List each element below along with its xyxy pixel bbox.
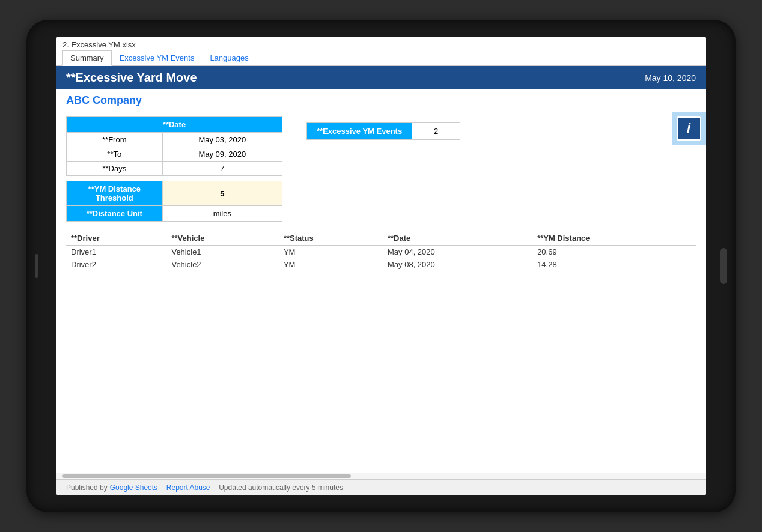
right-section: **Excessive YM Events 2 <box>306 122 460 222</box>
cell-status: YM <box>279 258 383 271</box>
cell-vehicle: Vehicle1 <box>166 246 278 259</box>
file-name-text: 2. Excessive YM.xlsx <box>62 40 136 49</box>
header-bar: **Excessive Yard Move May 10, 2020 <box>56 66 706 89</box>
footer-bar: Published by Google Sheets – Report Abus… <box>56 479 706 495</box>
events-value: 2 <box>412 123 460 140</box>
tab-summary[interactable]: Summary <box>62 50 112 66</box>
cell-date: May 08, 2020 <box>383 258 532 271</box>
col-driver: **Driver <box>66 231 166 246</box>
threshold-table: **YM Distance Threshold 5 **Distance Uni… <box>66 181 282 222</box>
tablet-frame: 2. Excessive YM.xlsx Summary Excessive Y… <box>26 20 736 512</box>
days-label: **Days <box>67 162 163 176</box>
cell-ym_distance: 20.69 <box>532 246 696 259</box>
from-value: May 03, 2020 <box>162 133 282 147</box>
data-table: **Driver **Vehicle **Status **Date **YM … <box>66 231 696 271</box>
info-panel: i <box>672 112 706 145</box>
to-label: **To <box>67 147 163 162</box>
company-name: ABC Company <box>56 89 706 112</box>
events-table: **Excessive YM Events 2 <box>306 122 460 140</box>
date-table-header: **Date <box>67 117 282 133</box>
table-row: Driver1Vehicle1YMMay 04, 202020.69 <box>66 246 696 259</box>
data-section: **Driver **Vehicle **Status **Date **YM … <box>56 226 706 276</box>
cell-driver: Driver2 <box>66 258 166 271</box>
tab-languages[interactable]: Languages <box>202 50 256 65</box>
scrollbar-area[interactable] <box>56 473 706 479</box>
content-area: **Excessive Yard Move May 10, 2020 ABC C… <box>56 66 706 473</box>
separator-1: – <box>160 483 164 492</box>
report-title: **Excessive Yard Move <box>66 71 197 85</box>
google-sheets-link[interactable]: Google Sheets <box>110 483 157 492</box>
distance-unit-value: miles <box>162 206 282 222</box>
col-vehicle: **Vehicle <box>166 231 278 246</box>
col-date: **Date <box>383 231 532 246</box>
from-label: **From <box>67 133 163 147</box>
to-value: May 09, 2020 <box>162 147 282 162</box>
info-icon: i <box>687 121 690 136</box>
cell-date: May 04, 2020 <box>383 246 532 259</box>
info-icon-button[interactable]: i <box>677 116 701 141</box>
left-section: **Date **From May 03, 2020 **To May 09, … <box>66 116 282 222</box>
ym-threshold-label: **YM Distance Threshold <box>67 181 163 206</box>
tab-excessive-ym-events[interactable]: Excessive YM Events <box>112 50 203 65</box>
col-status: **Status <box>279 231 383 246</box>
col-ym-distance: **YM Distance <box>532 231 696 246</box>
ym-threshold-value: 5 <box>162 181 282 206</box>
table-row: Driver2Vehicle2YMMay 08, 202014.28 <box>66 258 696 271</box>
auto-update-text: Updated automatically every 5 minutes <box>219 483 343 492</box>
separator-2: – <box>213 483 217 492</box>
main-body: **Date **From May 03, 2020 **To May 09, … <box>56 112 706 226</box>
scrollbar-thumb[interactable] <box>62 474 351 478</box>
published-by-text: Published by <box>66 483 108 492</box>
date-table: **Date **From May 03, 2020 **To May 09, … <box>66 116 282 176</box>
days-value: 7 <box>162 162 282 176</box>
report-abuse-link[interactable]: Report Abuse <box>166 483 210 492</box>
cell-driver: Driver1 <box>66 246 166 259</box>
cell-ym_distance: 14.28 <box>532 258 696 271</box>
file-title: 2. Excessive YM.xlsx <box>56 37 706 50</box>
distance-unit-label: **Distance Unit <box>67 206 163 222</box>
report-date: May 10, 2020 <box>645 73 696 83</box>
cell-vehicle: Vehicle2 <box>166 258 278 271</box>
events-label: **Excessive YM Events <box>307 123 412 140</box>
cell-status: YM <box>279 246 383 259</box>
screen: 2. Excessive YM.xlsx Summary Excessive Y… <box>56 37 706 495</box>
tabs-bar: Summary Excessive YM Events Languages <box>56 50 706 66</box>
